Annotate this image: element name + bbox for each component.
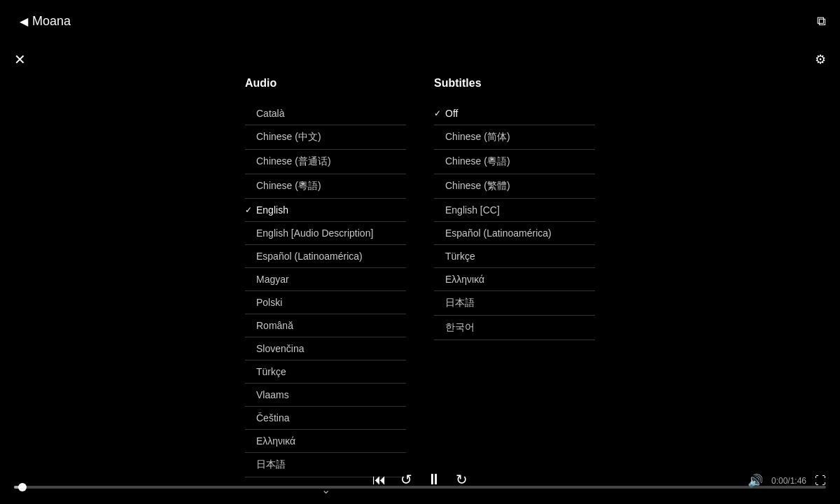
audio-item[interactable]: Ελληνικά — [245, 430, 406, 453]
audio-item[interactable]: Türkçe — [245, 360, 406, 384]
skip-forward-button[interactable]: ↻ — [456, 471, 468, 488]
subtitles-list: ✓OffChinese (简体)Chinese (粵語)Chinese (繁體)… — [434, 102, 595, 340]
check-mark-icon: ✓ — [245, 205, 252, 215]
audio-item[interactable]: Chinese (粵語) — [245, 174, 406, 199]
audio-item[interactable]: Čeština — [245, 407, 406, 430]
lang-label: Català — [256, 108, 284, 119]
audio-item[interactable]: ✓English — [245, 199, 406, 222]
volume-button[interactable]: 🔊 — [748, 473, 763, 489]
skip-back-button[interactable]: ⏮ — [372, 472, 386, 488]
audio-item[interactable]: English [Audio Description] — [245, 222, 406, 245]
audio-item[interactable]: Català — [245, 102, 406, 125]
audio-item[interactable]: Polski — [245, 291, 406, 314]
pause-button[interactable]: ⏸ — [426, 470, 442, 489]
lang-label: Magyar — [256, 274, 289, 285]
audio-item[interactable]: Chinese (普通话) — [245, 150, 406, 174]
back-button[interactable]: ◀ Moana — [14, 11, 76, 31]
lang-label: Español (Latinoamérica) — [256, 251, 363, 262]
lang-label: Español (Latinoamérica) — [445, 227, 552, 239]
audio-title: Audio — [245, 77, 406, 92]
back-icon: ◀ — [20, 15, 28, 28]
subtitle-item[interactable]: Ελληνικά — [434, 268, 595, 291]
check-mark-icon: ✓ — [434, 108, 441, 118]
progress-dot — [18, 483, 27, 491]
subtitle-item[interactable]: Chinese (粵語) — [434, 150, 595, 174]
subtitle-item[interactable]: ✓Off — [434, 102, 595, 125]
lang-label: 한국어 — [445, 321, 475, 334]
lang-label: Chinese (繁體) — [445, 180, 510, 192]
top-right-controls: ⧉ — [817, 14, 826, 29]
controls-right: 🔊 0:00/1:46 ⛶ — [748, 473, 826, 489]
subtitle-item[interactable]: English [CC] — [434, 199, 595, 222]
lang-label: Ελληνικά — [256, 435, 295, 447]
lang-label: English [Audio Description] — [256, 227, 373, 239]
lang-label: Chinese (普通话) — [256, 155, 331, 168]
audio-item[interactable]: Magyar — [245, 268, 406, 291]
lang-label: Chinese (简体) — [445, 131, 510, 144]
lang-label: Off — [445, 108, 458, 119]
lang-label: Română — [256, 320, 293, 331]
subtitles-title: Subtitles — [434, 77, 595, 92]
fullscreen-button[interactable]: ⛶ — [815, 475, 826, 487]
close-row: ✕ ⚙ — [0, 42, 840, 77]
lang-label: English [CC] — [445, 204, 500, 216]
main-panel: Audio CatalàChinese (中文)Chinese (普通话)Chi… — [245, 77, 595, 502]
mini-player-button[interactable]: ⧉ — [817, 14, 826, 29]
audio-item[interactable]: Slovenčina — [245, 337, 406, 360]
audio-list: CatalàChinese (中文)Chinese (普通话)Chinese (… — [245, 102, 406, 477]
lang-label: Chinese (粵語) — [445, 155, 510, 168]
lang-label: Slovenčina — [256, 343, 304, 354]
lang-label: Türkçe — [445, 251, 475, 262]
subtitle-item[interactable]: Chinese (繁體) — [434, 174, 595, 199]
time-display: 0:00/1:46 — [771, 476, 806, 486]
top-left-controls: ◀ Moana — [14, 11, 76, 31]
lang-label: 日本語 — [256, 458, 286, 471]
lang-label: Ελληνικά — [445, 274, 484, 285]
lang-label: Polski — [256, 297, 282, 308]
lang-label: Čeština — [256, 412, 289, 424]
subtitle-item[interactable]: Español (Latinoamérica) — [434, 222, 595, 245]
subtitle-item[interactable]: 日本語 — [434, 291, 595, 316]
audio-item[interactable]: Vlaams — [245, 384, 406, 407]
controls-center: ⏮ ↺ ⏸ ↻ — [372, 470, 468, 489]
audio-item[interactable]: Español (Latinoamérica) — [245, 245, 406, 268]
lang-label: English — [256, 204, 288, 216]
lang-label: 日本語 — [445, 297, 475, 309]
subtitle-item[interactable]: 한국어 — [434, 316, 595, 340]
lang-label: Vlaams — [256, 389, 289, 400]
audio-item[interactable]: Română — [245, 314, 406, 337]
lang-label: Chinese (中文) — [256, 131, 321, 144]
lang-label: Chinese (粵語) — [256, 180, 321, 192]
top-bar: ◀ Moana ⧉ — [0, 0, 840, 42]
movie-title: Moana — [32, 14, 71, 29]
subtitle-item[interactable]: Türkçe — [434, 245, 595, 268]
audio-column: Audio CatalàChinese (中文)Chinese (普通话)Chi… — [245, 77, 406, 502]
settings-button[interactable]: ⚙ — [815, 52, 826, 67]
replay-button[interactable]: ↺ — [400, 471, 412, 488]
subtitles-column: Subtitles ✓OffChinese (简体)Chinese (粵語)Ch… — [434, 77, 595, 502]
audio-item[interactable]: Chinese (中文) — [245, 125, 406, 150]
bottom-bar: ⏮ ↺ ⏸ ↻ 🔊 0:00/1:46 ⛶ — [0, 486, 840, 504]
close-button[interactable]: ✕ — [14, 52, 26, 66]
subtitle-item[interactable]: Chinese (简体) — [434, 125, 595, 150]
lang-label: Türkçe — [256, 366, 286, 377]
